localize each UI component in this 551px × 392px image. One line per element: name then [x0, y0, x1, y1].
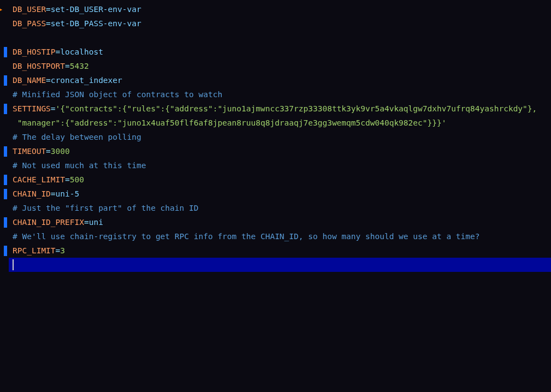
equals-sign: =	[56, 47, 61, 56]
text-cursor	[13, 259, 14, 270]
var-value: 3000	[51, 147, 70, 156]
change-marker-icon	[4, 175, 7, 185]
code-line[interactable]: # Not used much at this time	[13, 158, 551, 173]
change-marker-icon	[4, 217, 7, 228]
var-value: 3	[60, 246, 65, 255]
equals-sign: =	[56, 246, 61, 255]
equals-sign: =	[84, 218, 89, 227]
json-content: "manager":{"address":"juno1x4uaf50flf6af…	[13, 118, 442, 127]
var-name: DB_HOSTIP	[13, 47, 56, 56]
equals-sign: =	[46, 19, 51, 28]
code-line[interactable]: DB_HOSTIP=localhost	[13, 45, 551, 59]
var-name: CHAIN_ID_PREFIX	[13, 218, 84, 227]
var-name: SETTINGS	[13, 104, 51, 113]
editor-gutter: ▶	[0, 0, 9, 392]
comment-text: # Minified JSON object of contracts to w…	[13, 90, 222, 99]
equals-sign: =	[46, 5, 51, 14]
equals-sign: =	[46, 76, 51, 85]
code-line[interactable]: DB_HOSTPORT=5432	[13, 59, 551, 73]
comment-text: # Not used much at this time	[13, 161, 146, 170]
json-content: {"contracts":{"rules":{"address":"juno1a…	[60, 104, 537, 113]
code-line[interactable]: CHAIN_ID_PREFIX=uni	[13, 215, 551, 229]
code-line[interactable]: DB_NAME=croncat_indexer	[13, 73, 551, 87]
var-name: TIMEOUT	[13, 147, 46, 156]
var-name: CACHE_LIMIT	[13, 175, 65, 184]
var-name: DB_USER	[13, 5, 46, 14]
comment-text: # We'll use chain-registry to get RPC in…	[13, 232, 480, 241]
var-value: uni-5	[56, 189, 80, 198]
equals-sign: =	[51, 189, 56, 198]
code-line[interactable]: CHAIN_ID=uni-5	[13, 187, 551, 201]
code-editor[interactable]: ▶ DB_USER=set-DB_USER-env-varDB_PASS=set…	[0, 0, 551, 392]
var-name: DB_NAME	[13, 76, 46, 85]
change-marker-icon	[4, 146, 7, 157]
var-value: uni	[89, 218, 103, 227]
change-marker-icon	[4, 189, 7, 199]
var-name: RPC_LIMIT	[13, 246, 56, 255]
code-line[interactable]: DB_USER=set-DB_USER-env-var	[13, 2, 551, 16]
code-line[interactable]: RPC_LIMIT=3	[13, 243, 551, 258]
arrow-marker-icon: ▶	[0, 2, 2, 16]
code-line[interactable]: DB_PASS=set-DB_PASS-env-var	[13, 16, 551, 31]
equals-sign: =	[65, 175, 70, 184]
string-quote: '	[56, 104, 61, 113]
code-line[interactable]: SETTINGS='{"contracts":{"rules":{"addres…	[13, 102, 551, 116]
equals-sign: =	[65, 62, 70, 70]
current-line-highlight	[9, 258, 551, 272]
var-value: set-DB_USER-env-var	[51, 5, 141, 14]
code-line[interactable]: "manager":{"address":"juno1x4uaf50flf6af…	[13, 116, 551, 130]
equals-sign: =	[51, 104, 56, 113]
var-value: croncat_indexer	[51, 76, 122, 85]
comment-text: # Just the "first part" of the chain ID	[13, 204, 198, 212]
code-line[interactable]: TIMEOUT=3000	[13, 144, 551, 158]
var-name: DB_HOSTPORT	[13, 62, 65, 70]
code-line[interactable]: CACHE_LIMIT=500	[13, 173, 551, 187]
code-line[interactable]: # We'll use chain-registry to get RPC in…	[13, 229, 551, 243]
code-line[interactable]: # Minified JSON object of contracts to w…	[13, 87, 551, 102]
change-marker-icon	[4, 75, 7, 86]
var-value: set-DB_PASS-env-var	[51, 19, 141, 28]
code-line[interactable]: # The delay between polling	[13, 130, 551, 144]
equals-sign: =	[46, 147, 51, 156]
comment-text: # The delay between polling	[13, 133, 141, 141]
change-marker-icon	[4, 104, 7, 114]
code-line[interactable]	[13, 31, 551, 45]
var-name: CHAIN_ID	[13, 189, 51, 198]
var-value: 500	[70, 175, 84, 184]
var-name: DB_PASS	[13, 19, 46, 28]
string-quote: '	[442, 118, 447, 127]
var-value: 5432	[70, 62, 89, 70]
code-line[interactable]: # Just the "first part" of the chain ID	[13, 201, 551, 215]
var-value: localhost	[60, 47, 103, 56]
change-marker-icon	[4, 246, 7, 256]
change-marker-icon	[4, 47, 7, 57]
code-content[interactable]: DB_USER=set-DB_USER-env-varDB_PASS=set-D…	[9, 0, 551, 392]
